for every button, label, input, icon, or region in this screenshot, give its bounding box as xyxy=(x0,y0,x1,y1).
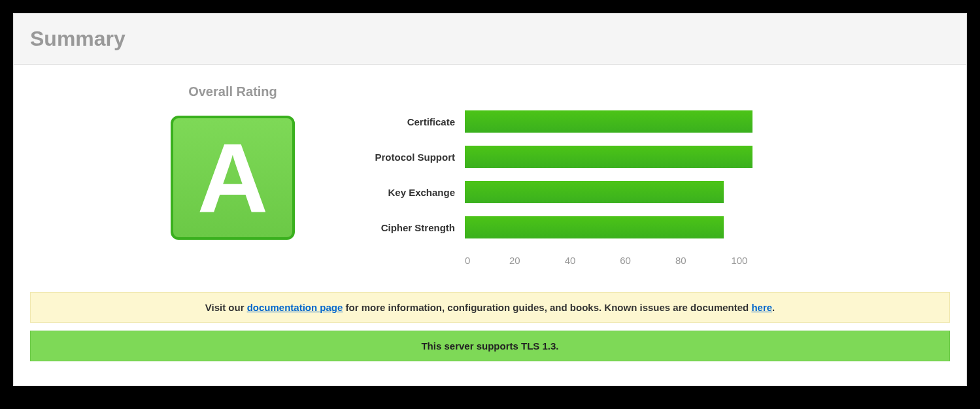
chart-axis: 020406080100 xyxy=(465,252,752,266)
bar-fill xyxy=(465,146,752,168)
grade-box: A xyxy=(171,116,295,240)
grade-letter: A xyxy=(197,129,268,227)
bar-fill xyxy=(465,110,752,133)
bar-row: Key Exchange xyxy=(334,181,940,203)
info-text-mid: for more information, configuration guid… xyxy=(343,302,751,313)
tls-text: This server supports TLS 1.3. xyxy=(421,340,558,352)
axis-tick: 40 xyxy=(565,255,576,266)
bar-label: Protocol Support xyxy=(334,152,465,163)
page-title: Summary xyxy=(30,27,950,51)
bar-track xyxy=(465,181,752,203)
known-issues-link[interactable]: here xyxy=(751,302,772,313)
axis-tick: 80 xyxy=(675,255,686,266)
bar-track xyxy=(465,110,752,133)
bar-track xyxy=(465,146,752,168)
info-text-suffix: . xyxy=(772,302,775,313)
bar-label: Cipher Strength xyxy=(334,222,465,233)
bar-track xyxy=(465,216,752,238)
bar-row: Protocol Support xyxy=(334,146,940,168)
bar-label: Key Exchange xyxy=(334,187,465,198)
bar-label: Certificate xyxy=(334,116,465,127)
summary-header: Summary xyxy=(14,14,966,65)
info-text-prefix: Visit our xyxy=(205,302,247,313)
score-chart: CertificateProtocol SupportKey ExchangeC… xyxy=(334,84,940,266)
info-banner: Visit our documentation page for more in… xyxy=(30,292,950,323)
axis-tick: 0 xyxy=(465,255,470,266)
documentation-link[interactable]: documentation page xyxy=(247,302,343,313)
axis-tick: 20 xyxy=(509,255,520,266)
overall-rating-section: Overall Rating A xyxy=(40,84,295,266)
bar-row: Cipher Strength xyxy=(334,216,940,238)
bar-fill xyxy=(465,216,724,238)
rating-label: Overall Rating xyxy=(171,84,295,99)
axis-tick: 60 xyxy=(620,255,631,266)
axis-tick: 100 xyxy=(731,255,747,266)
tls-banner: This server supports TLS 1.3. xyxy=(30,331,950,361)
bar-fill xyxy=(465,181,724,203)
bar-row: Certificate xyxy=(334,110,940,133)
